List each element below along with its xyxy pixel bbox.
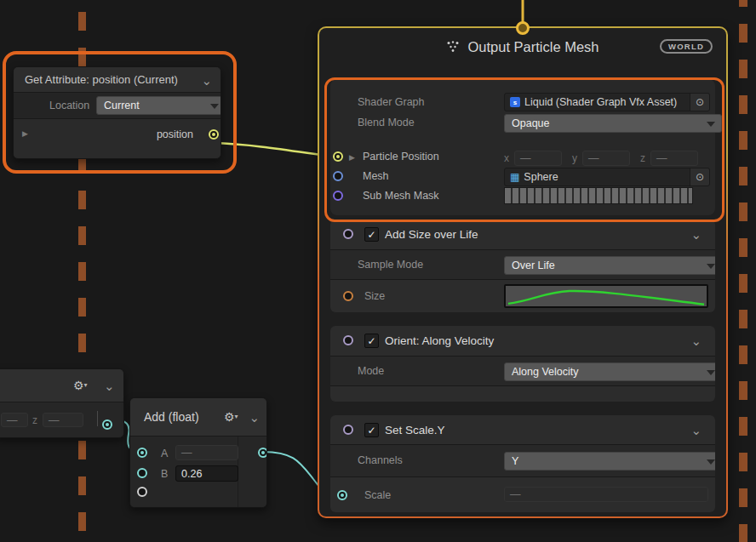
shader-graph-field[interactable]: s Liquid (Shader Graph Vfx Asset) ⊙ bbox=[504, 93, 710, 111]
position-output-port[interactable] bbox=[209, 129, 219, 140]
input-extra-port[interactable] bbox=[137, 487, 147, 497]
location-dropdown[interactable]: Current bbox=[96, 96, 221, 115]
block-checkbox[interactable]: ✓ bbox=[364, 423, 379, 437]
block-enable-port[interactable] bbox=[343, 229, 353, 239]
chevron-down-icon[interactable]: ⌄ bbox=[201, 74, 212, 87]
input-a-port[interactable] bbox=[137, 448, 147, 458]
add-float-node[interactable]: Add (float) ⚙▾ ⌄ A — B 0.26 bbox=[129, 397, 267, 508]
channels-dropdown[interactable]: Y bbox=[504, 452, 715, 471]
input-b-label: B bbox=[161, 468, 168, 480]
mesh-field[interactable]: ▦ Sphere ⊙ bbox=[504, 168, 710, 186]
input-a-field[interactable]: — bbox=[175, 445, 238, 460]
output-port[interactable] bbox=[258, 448, 267, 458]
x-value-field[interactable]: — bbox=[514, 151, 562, 166]
block-title: Set Scale.Y bbox=[385, 424, 445, 436]
partial-output-port[interactable] bbox=[102, 419, 112, 430]
settings-section: Shader Graph s Liquid (Shader Graph Vfx … bbox=[330, 79, 715, 215]
chevron-down-icon[interactable]: ⌄ bbox=[104, 379, 115, 392]
block-enable-port[interactable] bbox=[343, 425, 353, 435]
expander-icon[interactable]: ▶ bbox=[22, 130, 28, 138]
z-axis-label: z bbox=[32, 414, 37, 426]
y-axis-label: y bbox=[572, 152, 577, 164]
x-axis-label: x bbox=[504, 152, 509, 164]
blend-mode-dropdown[interactable]: Opaque bbox=[504, 114, 722, 133]
dropdown-arrow-icon bbox=[707, 122, 715, 127]
guide-dashed-line bbox=[739, 0, 747, 542]
particle-position-port[interactable] bbox=[333, 151, 343, 162]
sub-mesh-mask-port[interactable] bbox=[333, 191, 343, 201]
sample-mode-value: Over Life bbox=[512, 260, 555, 271]
sample-mode-label: Sample Mode bbox=[358, 259, 423, 271]
z-value-field[interactable]: — bbox=[650, 151, 698, 166]
object-picker-icon[interactable]: ⊙ bbox=[690, 94, 709, 111]
gear-caret-icon: ▾ bbox=[235, 413, 238, 420]
dropdown-arrow-icon bbox=[707, 459, 715, 465]
vfx-graph-canvas[interactable]: Get Attribute: position (Current) ⌄ Loca… bbox=[0, 0, 756, 542]
node-title: Add (float) bbox=[144, 410, 199, 424]
particle-position-y[interactable]: y — bbox=[572, 151, 630, 166]
location-label: Location bbox=[49, 100, 89, 111]
channels-value: Y bbox=[512, 455, 518, 467]
gear-caret-icon: ▾ bbox=[84, 381, 88, 389]
blend-mode-value: Opaque bbox=[512, 117, 549, 129]
gear-icon[interactable]: ⚙▾ bbox=[73, 379, 88, 391]
particle-position-z[interactable]: z — bbox=[640, 151, 698, 166]
world-space-badge[interactable]: WORLD bbox=[660, 39, 713, 54]
mode-label: Mode bbox=[358, 365, 384, 377]
shader-graph-value: Liquid (Shader Graph Vfx Asset) bbox=[524, 96, 677, 108]
gear-icon[interactable]: ⚙▾ bbox=[224, 411, 238, 423]
size-label: Size bbox=[364, 290, 385, 302]
block-add-size-over-life[interactable]: ✓ Add Size over Life ⌄ Sample Mode Over … bbox=[330, 220, 715, 312]
block-checkbox[interactable]: ✓ bbox=[364, 227, 379, 242]
channels-label: Channels bbox=[358, 454, 403, 466]
scale-value-field[interactable]: — bbox=[504, 487, 708, 502]
input-b-port[interactable] bbox=[137, 468, 147, 478]
block-checkbox[interactable]: ✓ bbox=[364, 334, 379, 348]
flow-input-connector[interactable] bbox=[516, 21, 530, 35]
shader-graph-icon: s bbox=[510, 97, 520, 107]
get-attribute-node[interactable]: Get Attribute: position (Current) ⌄ Loca… bbox=[13, 66, 221, 159]
partial-operator-node[interactable]: ⚙▾ ⌄ — z — bbox=[0, 368, 124, 438]
position-output-label: position bbox=[157, 128, 193, 140]
size-curve bbox=[506, 286, 707, 306]
partial-z-group[interactable]: z — bbox=[32, 413, 83, 427]
sample-mode-dropdown[interactable]: Over Life bbox=[504, 256, 715, 275]
sub-mesh-mask-label: Sub Mesh Mask bbox=[363, 190, 439, 202]
object-picker-icon[interactable]: ⊙ bbox=[690, 168, 709, 185]
block-title: Add Size over Life bbox=[385, 228, 478, 241]
chevron-down-icon[interactable]: ⌄ bbox=[249, 411, 260, 424]
chevron-down-icon[interactable]: ⌄ bbox=[690, 334, 702, 347]
size-curve-field[interactable] bbox=[504, 284, 708, 308]
location-value: Current bbox=[104, 100, 140, 111]
input-b-field[interactable]: 0.26 bbox=[175, 465, 238, 482]
input-a-label: A bbox=[161, 448, 168, 459]
particle-position-x[interactable]: x — bbox=[504, 151, 562, 166]
mode-dropdown[interactable]: Along Velocity bbox=[504, 362, 715, 381]
sub-mesh-mask-field[interactable] bbox=[504, 187, 693, 204]
chevron-down-icon[interactable]: ⌄ bbox=[690, 424, 702, 436]
size-port[interactable] bbox=[343, 291, 353, 301]
block-title: Orient: Along Velocity bbox=[385, 334, 494, 347]
blend-mode-label: Blend Mode bbox=[358, 117, 415, 128]
node-title: Get Attribute: position (Current) bbox=[25, 73, 178, 86]
dropdown-arrow-icon bbox=[707, 264, 715, 269]
position-wire bbox=[215, 143, 333, 157]
mesh-port[interactable] bbox=[333, 171, 343, 181]
z-value-field[interactable]: — bbox=[43, 413, 83, 427]
z-axis-label: z bbox=[640, 152, 645, 164]
expander-icon[interactable]: ▶ bbox=[349, 154, 355, 162]
partial-value-field[interactable]: — bbox=[1, 413, 28, 427]
block-enable-port[interactable] bbox=[343, 335, 353, 345]
block-orient-along-velocity[interactable]: ✓ Orient: Along Velocity ⌄ Mode Along Ve… bbox=[330, 326, 715, 402]
particles-icon bbox=[446, 40, 460, 54]
y-value-field[interactable]: — bbox=[582, 151, 630, 166]
mesh-value: Sphere bbox=[524, 171, 558, 183]
divider bbox=[97, 411, 98, 426]
mesh-grid-icon: ▦ bbox=[510, 172, 519, 182]
block-set-scale-y[interactable]: ✓ Set Scale.Y ⌄ Channels Y Scale — bbox=[330, 415, 715, 512]
output-particle-mesh-node[interactable]: Output Particle Mesh WORLD Shader Graph … bbox=[318, 26, 728, 518]
shader-graph-label: Shader Graph bbox=[358, 96, 425, 108]
scale-port[interactable] bbox=[337, 490, 347, 500]
mode-value: Along Velocity bbox=[512, 366, 579, 378]
chevron-down-icon[interactable]: ⌄ bbox=[690, 228, 702, 241]
